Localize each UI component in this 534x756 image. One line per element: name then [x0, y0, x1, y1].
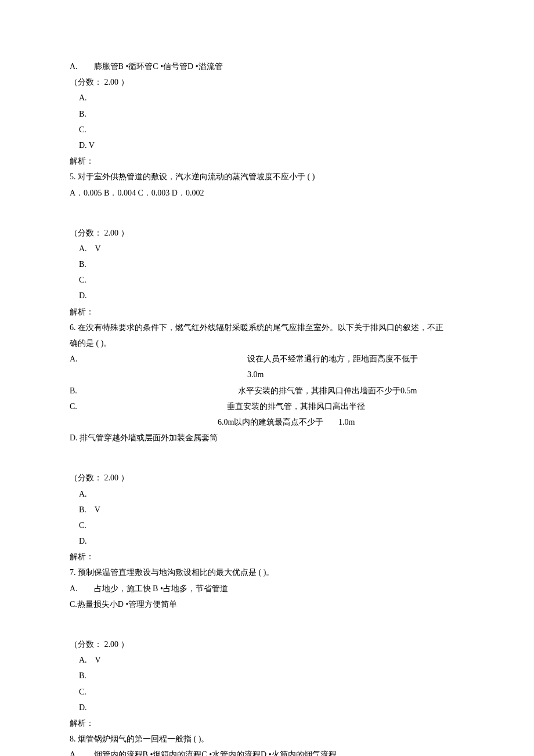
q6-opt-c-cont-left: 6.0m以内的建筑最高点不少于 [218, 418, 323, 426]
q8-opts: A. 烟管内的流程B •烟箱内的流程C •水管内的流程D •火筒内的烟气流程 [70, 747, 464, 756]
q4-score: （分数： 2.00 ） [70, 75, 464, 89]
q7-opts-2: C.热量损失小D •管理方便简单 [70, 597, 464, 612]
q5-options-line: A．0.005 B．0.004 C．0.003 D．0.002 [70, 186, 464, 200]
q6-score: （分数： 2.00 ） [70, 471, 464, 485]
q5-score: （分数： 2.00 ） [70, 226, 464, 240]
q6-opt-b-row: B. 水平安装的排气管，其排风口伸出墙面不少于0.5m [70, 384, 464, 398]
q4-opt-d: D. V [70, 138, 464, 153]
q6-opt-a-label: A. [70, 352, 247, 366]
q7-ans-a: A. V [70, 653, 464, 667]
q6-opt-c-label: C. [70, 399, 227, 414]
q7-ans-c: C. [70, 685, 464, 699]
q5-stem: 5. 对于室外供热管道的敷设，汽水逆向流动的蒸汽管坡度不应小于 ( ) [70, 169, 464, 184]
q5-opt-d: D. [70, 288, 464, 303]
q6-opt-b-label: B. [70, 384, 238, 398]
q6-ans-d: D. [70, 534, 464, 548]
q6-opt-a-cont: 3.0m [70, 367, 464, 382]
q7-analysis: 解析： [70, 716, 464, 730]
q6-opt-b-text: 水平安装的排气管，其排风口伸出墙面不少于0.5m [238, 384, 417, 398]
q6-ans-a: A. [70, 487, 464, 501]
q5-opt-b: B. [70, 257, 464, 272]
q4-analysis: 解析： [70, 154, 464, 168]
q7-ans-d: D. [70, 700, 464, 715]
q6-opt-c-cont-right: 1.0m [338, 418, 355, 426]
q7-opts-1: A. 占地少，施工快 B •占地多，节省管道 [70, 581, 464, 596]
q4-opt-b: B. [70, 107, 464, 121]
q6-opt-a-text: 设在人员不经常通行的地方，距地面高度不低于 [247, 352, 418, 366]
q5-analysis: 解析： [70, 305, 464, 319]
q6-opt-d: D. 排气管穿越外墙或层面外加装金属套筒 [70, 431, 464, 445]
q4-opt-a: A. [70, 91, 464, 105]
q4-options-line: A. 膨胀管B •循环管C •信号管D •溢流管 [70, 59, 464, 74]
q7-ans-b: B. [70, 668, 464, 683]
q6-opt-c-cont: 6.0m以内的建筑最高点不少于 1.0m [70, 415, 464, 429]
q6-ans-b: B. V [70, 502, 464, 517]
q4-opt-c: C. [70, 122, 464, 137]
q6-opt-c-row: C. 垂直安装的排气管，其排风口高出半径 [70, 399, 464, 414]
q7-score: （分数： 2.00 ） [70, 637, 464, 652]
q6-opt-a-row: A. 设在人员不经常通行的地方，距地面高度不低于 [70, 352, 464, 366]
q8-stem: 8. 烟管锅炉烟气的第一回程一般指 ( )。 [70, 732, 464, 746]
q6-stem-1: 6. 在没有特殊要求的条件下，燃气红外线辐射采暖系统的尾气应排至室外。以下关于排… [70, 320, 464, 335]
q6-ans-c: C. [70, 518, 464, 533]
q6-opt-c-text: 垂直安装的排气管，其排风口高出半径 [227, 399, 365, 414]
q5-opt-a: A. V [70, 241, 464, 256]
q5-opt-c: C. [70, 273, 464, 287]
q6-analysis: 解析： [70, 549, 464, 564]
q7-stem: 7. 预制保温管直埋敷设与地沟敷设相比的最大优点是 ( )。 [70, 565, 464, 580]
q6-stem-2: 确的是 ( )。 [70, 336, 464, 350]
